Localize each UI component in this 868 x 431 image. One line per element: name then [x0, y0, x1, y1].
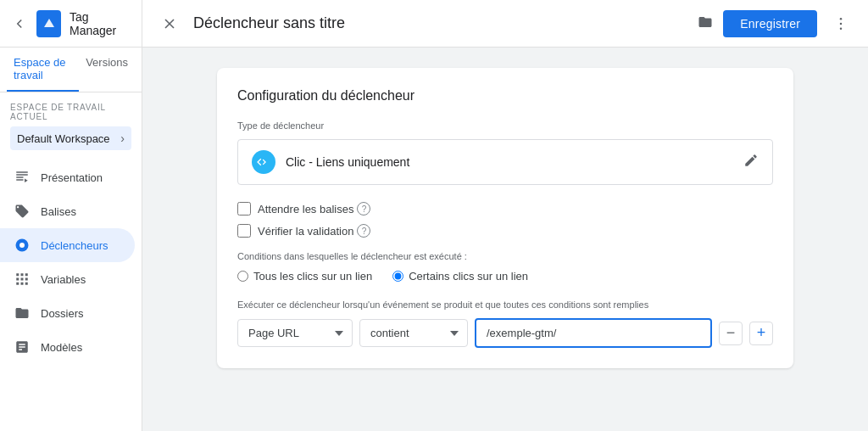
top-bar: Déclencheur sans titre Enregistrer [142, 0, 868, 48]
radio-group: Tous les clics sur un lien Certains clic… [237, 270, 773, 283]
tab-workspace[interactable]: Espace de travail [7, 48, 79, 92]
workspace-name: Default Workspace [17, 132, 110, 145]
card-title: Configuration du déclencheur [237, 88, 773, 104]
close-button[interactable] [156, 10, 183, 37]
sidebar-item-declencheurs[interactable]: Déclencheurs [0, 228, 135, 262]
sidebar: Tag Manager Espace de travail Versions E… [0, 0, 142, 431]
sidebar-header: Tag Manager [0, 0, 142, 48]
main-content: Déclencheur sans titre Enregistrer Confi… [142, 0, 868, 431]
tag-icon [14, 203, 31, 220]
attendre-balises-label: Attendre les balises ? [258, 202, 370, 216]
type-label: Type de déclencheur [237, 120, 773, 131]
help-icon-2[interactable]: ? [357, 224, 370, 238]
checkbox-item-1: Attendre les balises ? [237, 202, 773, 216]
save-button[interactable]: Enregistrer [723, 10, 817, 37]
folder-icon [14, 305, 31, 322]
svg-point-7 [840, 22, 843, 25]
workspace-section: ESPACE DE TRAVAIL ACTUEL Default Workspa… [0, 92, 142, 154]
workspace-selector[interactable]: Default Workspace › [10, 126, 131, 150]
sidebar-item-variables[interactable]: Variables [0, 262, 135, 296]
trigger-title: Déclencheur sans titre [193, 14, 687, 32]
condition-value-input[interactable] [475, 318, 712, 348]
trigger-type-box[interactable]: Clic - Liens uniquement [237, 139, 773, 185]
certains-clics-radio[interactable] [392, 271, 403, 282]
tous-clics-label: Tous les clics sur un lien [253, 270, 372, 283]
checkbox-item-2: Vérifier la validation ? [237, 224, 773, 238]
remove-condition-button[interactable]: − [719, 322, 743, 345]
sidebar-tabs: Espace de travail Versions [0, 48, 142, 92]
sidebar-item-label: Modèles [41, 341, 82, 354]
sidebar-item-label: Dossiers [41, 307, 84, 320]
page-body: Configuration du déclencheur Type de déc… [142, 48, 868, 431]
sidebar-item-label: Présentation [41, 171, 103, 184]
config-card: Configuration du déclencheur Type de déc… [217, 68, 793, 368]
conditions-label: Conditions dans lesquelles le déclencheu… [237, 251, 773, 261]
verifier-validation-checkbox[interactable] [237, 224, 251, 238]
sidebar-item-dossiers[interactable]: Dossiers [0, 296, 135, 330]
sidebar-item-presentation[interactable]: Présentation [0, 160, 135, 194]
gtm-logo [36, 10, 61, 37]
condition-field1-select[interactable]: Page URL Page Path Page Hostname [237, 319, 353, 347]
template-icon [14, 339, 31, 355]
svg-point-6 [840, 17, 843, 20]
workspace-arrow-icon: › [120, 132, 125, 145]
app-title: Tag Manager [70, 10, 131, 37]
condition-field2-select[interactable]: contient égal à commence par [359, 319, 468, 347]
tous-clics-radio[interactable] [237, 271, 248, 282]
back-button[interactable] [10, 14, 28, 34]
trigger-icon [14, 237, 31, 254]
trigger-type-icon [252, 150, 275, 174]
certains-clics-label: Certains clics sur un lien [409, 270, 528, 283]
trigger-type-name: Clic - Liens uniquement [286, 155, 409, 169]
tab-versions[interactable]: Versions [79, 48, 135, 92]
svg-point-3 [19, 243, 25, 248]
svg-point-8 [840, 27, 843, 30]
help-icon-1[interactable]: ? [357, 202, 370, 216]
add-condition-button[interactable]: + [749, 322, 773, 345]
variables-icon [14, 271, 31, 288]
radio-tous-clics[interactable]: Tous les clics sur un lien [237, 270, 372, 283]
checkbox-group: Attendre les balises ? Vérifier la valid… [237, 202, 773, 238]
sidebar-item-label: Déclencheurs [41, 239, 108, 252]
condition-row: Page URL Page Path Page Hostname contien… [237, 318, 773, 348]
presentation-icon [14, 169, 31, 186]
radio-section: Conditions dans lesquelles le déclencheu… [237, 251, 773, 283]
sidebar-item-modeles[interactable]: Modèles [0, 330, 135, 364]
workspace-label: ESPACE DE TRAVAIL ACTUEL [10, 103, 131, 121]
edit-icon[interactable] [743, 153, 759, 172]
sidebar-item-label: Balises [41, 205, 76, 218]
radio-certains-clics[interactable]: Certains clics sur un lien [392, 270, 528, 283]
attendre-balises-checkbox[interactable] [237, 202, 251, 216]
sidebar-item-balises[interactable]: Balises [0, 194, 135, 228]
sidebar-item-label: Variables [41, 273, 86, 286]
trigger-type-left: Clic - Liens uniquement [252, 150, 409, 174]
folder-icon[interactable] [698, 14, 713, 33]
execute-label: Exécuter ce déclencheur lorsqu'un événem… [237, 299, 773, 310]
nav-items: Présentation Balises Déclencheurs Variab… [0, 154, 142, 431]
more-options-button[interactable] [827, 10, 854, 37]
verifier-validation-label: Vérifier la validation ? [258, 224, 370, 238]
